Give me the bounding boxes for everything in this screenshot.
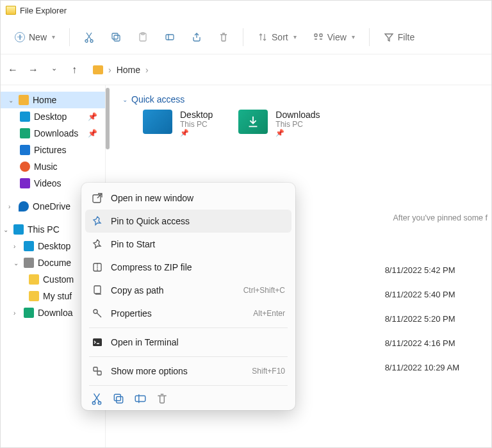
scrollbar-thumb[interactable]	[106, 88, 110, 149]
sidebar-label: OneDrive	[33, 201, 70, 212]
ctx-label: Copy as path	[111, 285, 164, 295]
breadcrumb[interactable]: › Home ›	[93, 65, 149, 75]
chevron-down-icon: ⌄	[122, 96, 127, 103]
sidebar-item-home[interactable]: ⌄ Home	[1, 92, 105, 108]
svg-rect-20	[135, 396, 145, 402]
view-button[interactable]: View ▾	[307, 28, 361, 46]
properties-icon	[92, 308, 103, 319]
delete-button[interactable]	[212, 28, 235, 46]
filter-button[interactable]: Filte	[377, 28, 421, 46]
home-icon	[19, 95, 29, 105]
ctx-open-new-window[interactable]: Open in new window	[85, 187, 291, 210]
ctx-label: Pin to Quick access	[111, 216, 190, 226]
ctx-compress-zip[interactable]: Compress to ZIP file	[85, 256, 291, 279]
more-icon	[92, 365, 103, 377]
trash-icon[interactable]	[156, 392, 168, 405]
ctx-label: Compress to ZIP file	[111, 262, 192, 272]
trash-icon	[218, 32, 229, 42]
filter-label: Filte	[398, 32, 414, 42]
breadcrumb-home[interactable]: Home	[117, 65, 140, 75]
paste-icon	[138, 32, 148, 42]
chevron-down-icon: ▾	[352, 33, 355, 40]
sidebar-label: Music	[34, 162, 58, 172]
item-name: Downloads	[275, 110, 320, 120]
quick-access-header[interactable]: ⌄ Quick access	[111, 93, 486, 110]
downloads-icon	[24, 308, 34, 318]
svg-point-17	[98, 401, 101, 404]
date-column: 8/11/2022 5:42 PM 8/11/2022 5:40 PM 8/11…	[385, 258, 459, 380]
svg-rect-6	[166, 35, 174, 40]
copy-button[interactable]	[104, 28, 127, 46]
recent-dropdown[interactable]: ⌄	[48, 64, 60, 76]
sidebar-item-pictures[interactable]: Pictures	[1, 142, 105, 158]
sidebar-label: My stuf	[43, 291, 72, 301]
sidebar-label: Pictures	[34, 145, 67, 155]
svg-rect-13	[93, 338, 102, 346]
quick-item-desktop[interactable]: Desktop This PC 📌	[143, 110, 213, 137]
share-button[interactable]	[185, 28, 208, 46]
svg-rect-3	[114, 35, 120, 41]
new-button[interactable]: New ▾	[8, 28, 62, 46]
sidebar-item-music[interactable]: Music	[1, 158, 105, 175]
window-title: File Explorer	[20, 6, 67, 15]
ctx-shortcut: Ctrl+Shift+C	[243, 286, 285, 295]
svg-point-0	[85, 40, 88, 42]
downloads-icon	[20, 128, 30, 138]
sort-icon	[258, 32, 268, 42]
ctx-label: Properties	[111, 308, 152, 319]
pin-icon	[92, 238, 103, 250]
cut-icon	[84, 32, 94, 42]
open-new-window-icon	[92, 192, 103, 204]
svg-rect-18	[114, 394, 120, 401]
ctx-label: Pin to Start	[111, 239, 155, 249]
ctx-action-row	[85, 388, 291, 406]
quick-item-downloads[interactable]: Downloads This PC 📌	[238, 110, 320, 137]
ctx-show-more[interactable]: Show more options Shift+F10	[85, 360, 291, 383]
ctx-pin-quick-access[interactable]: Pin to Quick access	[85, 210, 291, 233]
separator	[69, 28, 70, 46]
copy-icon[interactable]	[112, 392, 125, 405]
ctx-copy-path[interactable]: Copy as path Ctrl+Shift+C	[85, 279, 291, 302]
ctx-pin-start[interactable]: Pin to Start	[85, 233, 291, 256]
videos-icon	[20, 178, 30, 188]
date-cell: 8/11/2022 10:29 AM	[385, 356, 459, 380]
svg-point-1	[90, 40, 93, 42]
rename-button[interactable]	[158, 28, 181, 46]
pin-icon: 📌	[88, 112, 101, 121]
folder-icon	[29, 291, 39, 301]
rename-icon[interactable]	[134, 392, 147, 405]
date-cell: 8/11/2022 4:16 PM	[385, 331, 459, 356]
section-label: Quick access	[131, 94, 184, 104]
sidebar-item-downloads[interactable]: Downloads📌	[1, 125, 105, 142]
back-button[interactable]: ←	[7, 64, 19, 76]
chevron-right-icon: ›	[13, 243, 20, 250]
home-icon	[93, 65, 103, 74]
forward-button[interactable]: →	[28, 64, 39, 76]
sidebar-item-desktop[interactable]: Desktop📌	[1, 108, 105, 125]
paste-button[interactable]	[131, 28, 154, 46]
item-sub: This PC	[275, 120, 320, 129]
onedrive-icon	[19, 201, 29, 212]
ctx-properties[interactable]: Properties Alt+Enter	[85, 302, 291, 325]
date-cell: 8/11/2022 5:40 PM	[385, 283, 459, 307]
cut-icon[interactable]	[90, 392, 103, 405]
title-bar: File Explorer	[1, 1, 491, 20]
cut-button[interactable]	[78, 28, 101, 46]
chevron-right-icon: ›	[8, 203, 15, 210]
sidebar-label: Desktop	[34, 112, 67, 122]
sidebar-label: Custom	[43, 274, 74, 285]
context-menu: Open in new window Pin to Quick access P…	[81, 183, 295, 410]
sort-button[interactable]: Sort ▾	[251, 28, 303, 46]
ctx-open-terminal[interactable]: Open in Terminal	[85, 331, 291, 354]
ctx-shortcut: Shift+F10	[252, 367, 285, 376]
chevron-right-icon: ›	[13, 310, 20, 317]
rename-icon	[165, 32, 175, 42]
item-sub: This PC	[180, 120, 213, 129]
copy-icon	[111, 32, 121, 42]
up-button[interactable]: ↑	[69, 64, 80, 76]
music-icon	[20, 162, 30, 172]
item-name: Desktop	[180, 110, 213, 120]
pin-icon: 📌	[180, 129, 213, 137]
ctx-label: Open in new window	[111, 193, 193, 203]
terminal-icon	[92, 336, 103, 348]
